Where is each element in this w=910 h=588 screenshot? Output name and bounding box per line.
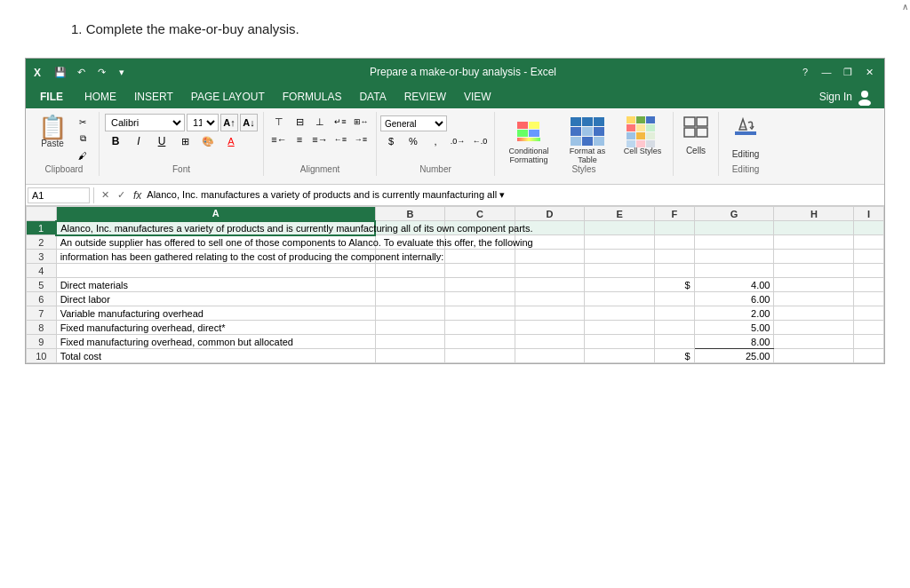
cell-h2[interactable]	[774, 235, 854, 250]
increase-decimal-button[interactable]: .0→	[447, 133, 468, 149]
save-icon[interactable]: 💾	[52, 63, 69, 81]
cell-b9[interactable]	[375, 335, 445, 349]
customize-icon[interactable]: ▾	[113, 63, 131, 81]
cell-i4[interactable]	[854, 264, 884, 278]
cell-h8[interactable]	[774, 321, 854, 335]
cell-i5[interactable]	[854, 278, 884, 292]
cell-c7[interactable]	[445, 306, 515, 321]
cell-d8[interactable]	[515, 321, 585, 335]
cell-f8[interactable]	[654, 321, 694, 335]
increase-font-size-button[interactable]: A↑	[220, 114, 238, 131]
cell-d10[interactable]	[515, 349, 585, 363]
cell-a7[interactable]: Variable manufacturing overhead	[56, 306, 375, 321]
cell-e7[interactable]	[585, 306, 655, 321]
cell-d5[interactable]	[515, 278, 585, 292]
col-header-d[interactable]: D	[515, 207, 585, 221]
cut-button[interactable]: ✂	[72, 114, 93, 130]
col-header-a[interactable]: A	[56, 207, 375, 221]
increase-indent-button[interactable]: →≡	[351, 131, 371, 147]
cell-a8[interactable]: Fixed manufacturing overhead, direct*	[56, 321, 375, 335]
cell-d9[interactable]	[515, 335, 585, 349]
cancel-formula-icon[interactable]: ✕	[98, 188, 112, 203]
help-button[interactable]: ?	[795, 63, 815, 81]
cell-d6[interactable]	[515, 292, 585, 306]
cell-e6[interactable]	[585, 292, 655, 306]
editing-button[interactable]: Editing	[729, 114, 763, 161]
font-color-button[interactable]: A	[220, 133, 242, 149]
cell-d3[interactable]	[515, 250, 585, 264]
cell-c8[interactable]	[445, 321, 515, 335]
border-button[interactable]: ⊞	[174, 133, 196, 149]
cell-g10[interactable]: 25.00	[694, 349, 774, 363]
cell-f7[interactable]	[654, 306, 694, 321]
minimize-button[interactable]: —	[817, 63, 836, 81]
align-middle-button[interactable]: ⊟	[290, 114, 309, 130]
cell-styles-button[interactable]: Cell Styles	[619, 114, 666, 158]
cell-e3[interactable]	[585, 250, 655, 264]
cell-c9[interactable]	[445, 335, 515, 349]
format-as-table-button[interactable]: Format as Table	[563, 114, 612, 167]
cell-i9[interactable]	[854, 335, 884, 349]
cell-b5[interactable]	[375, 278, 445, 292]
cell-g4[interactable]	[694, 264, 774, 278]
cell-b6[interactable]	[375, 292, 445, 306]
cell-h5[interactable]	[774, 278, 854, 292]
decrease-font-size-button[interactable]: A↓	[240, 114, 258, 131]
cell-g2[interactable]	[694, 235, 774, 250]
cell-b7[interactable]	[375, 306, 445, 321]
fill-color-button[interactable]: 🎨	[197, 133, 219, 149]
bold-button[interactable]: B	[105, 133, 126, 149]
col-header-f[interactable]: F	[654, 207, 694, 221]
cell-i7[interactable]	[854, 306, 884, 321]
cell-h4[interactable]	[774, 264, 854, 278]
cell-f1[interactable]	[654, 221, 694, 235]
cell-ref-box[interactable]: A1	[28, 187, 90, 203]
cell-i3[interactable]	[854, 250, 884, 264]
cell-g5[interactable]: 4.00	[694, 278, 774, 292]
underline-button[interactable]: U	[151, 133, 172, 149]
format-painter-button[interactable]: 🖌	[72, 147, 93, 163]
percent-button[interactable]: %	[403, 133, 424, 149]
menu-page-layout[interactable]: PAGE LAYOUT	[182, 85, 274, 108]
cell-a10[interactable]: Total cost	[56, 349, 375, 363]
cell-a4[interactable]	[56, 264, 375, 278]
cell-a2[interactable]: An outside supplier has offered to sell …	[56, 235, 375, 250]
cell-g8[interactable]: 5.00	[694, 321, 774, 335]
cell-h7[interactable]	[774, 306, 854, 321]
cell-e10[interactable]	[585, 349, 655, 363]
currency-button[interactable]: $	[380, 133, 402, 149]
cell-g6[interactable]: 6.00	[694, 292, 774, 306]
cell-b10[interactable]	[375, 349, 445, 363]
col-header-i[interactable]: I	[854, 207, 884, 221]
font-size-selector[interactable]: 11	[187, 114, 219, 131]
sign-in-button[interactable]: Sign In	[810, 84, 882, 109]
cell-e4[interactable]	[585, 264, 655, 278]
menu-file[interactable]: FILE	[28, 85, 76, 108]
close-button[interactable]: ✕	[859, 63, 879, 81]
cell-a9[interactable]: Fixed manufacturing overhead, common but…	[56, 335, 375, 349]
align-top-button[interactable]: ⊤	[269, 114, 289, 130]
ribbon-collapse-button[interactable]: ∧	[902, 2, 908, 12]
col-header-c[interactable]: C	[445, 207, 515, 221]
menu-formulas[interactable]: FORMULAS	[274, 85, 351, 108]
merge-center-button[interactable]: ⊞↔	[351, 114, 371, 130]
col-header-b[interactable]: B	[375, 207, 445, 221]
cell-c4[interactable]	[445, 264, 515, 278]
cell-h6[interactable]	[774, 292, 854, 306]
cell-c5[interactable]	[445, 278, 515, 292]
cell-f9[interactable]	[654, 335, 694, 349]
cell-i8[interactable]	[854, 321, 884, 335]
font-name-selector[interactable]: Calibri	[105, 114, 185, 131]
cell-f2[interactable]	[654, 235, 694, 250]
cell-h3[interactable]	[774, 250, 854, 264]
cell-c6[interactable]	[445, 292, 515, 306]
cells-button[interactable]: Cells	[679, 114, 713, 157]
align-left-button[interactable]: ≡←	[269, 131, 289, 147]
cell-e5[interactable]	[585, 278, 655, 292]
cell-f4[interactable]	[654, 264, 694, 278]
copy-button[interactable]: ⧉	[72, 131, 93, 147]
paste-button[interactable]: 📋 Paste	[35, 114, 70, 150]
cell-d7[interactable]	[515, 306, 585, 321]
decrease-indent-button[interactable]: ←≡	[331, 131, 350, 147]
confirm-formula-icon[interactable]: ✓	[114, 188, 128, 203]
